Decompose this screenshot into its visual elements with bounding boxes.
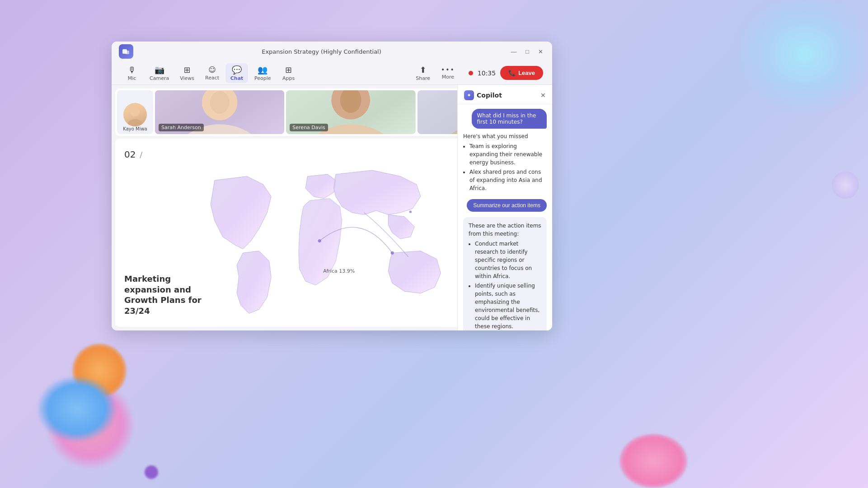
participant-kayo: Kayo Miwa bbox=[117, 90, 153, 134]
leave-phone-icon: 📞 bbox=[508, 70, 516, 76]
react-label: React bbox=[205, 75, 219, 81]
svg-point-8 bbox=[210, 91, 230, 114]
maximize-button[interactable]: □ bbox=[523, 47, 531, 56]
camera-icon: 📷 bbox=[155, 65, 164, 74]
chat-icon: 💬 bbox=[232, 65, 242, 74]
response-item-1: Team is exploring expanding their renewa… bbox=[469, 142, 547, 167]
response-item-2: Alex shared pros and cons of expanding i… bbox=[469, 168, 547, 192]
svg-rect-1 bbox=[125, 51, 129, 54]
toolbar-chat[interactable]: 💬 Chat bbox=[225, 63, 248, 83]
copilot-header: ✦ Copilot ✕ bbox=[458, 85, 552, 104]
more-label: More bbox=[442, 74, 454, 80]
svg-point-19 bbox=[409, 210, 412, 213]
copilot-close-button[interactable]: ✕ bbox=[540, 92, 546, 99]
bg-decoration-pink bbox=[45, 380, 136, 470]
main-content: Kayo Miwa bbox=[112, 85, 552, 330]
copilot-logo-icon: ✦ bbox=[464, 90, 474, 100]
toolbar-camera[interactable]: 📷 Camera bbox=[145, 63, 174, 83]
copilot-title-row: ✦ Copilot bbox=[464, 90, 502, 100]
toolbar-more[interactable]: ••• More bbox=[436, 64, 460, 82]
copilot-first-response: Here's what you missed Team is exploring… bbox=[463, 132, 547, 194]
teams-logo-icon bbox=[119, 44, 133, 59]
more-icon: ••• bbox=[441, 66, 455, 73]
action-items-card: These are the action items from this mee… bbox=[463, 217, 547, 330]
chat-label: Chat bbox=[230, 75, 244, 81]
react-icon: ☺ bbox=[208, 65, 216, 74]
window-title: Expansion Strategy (Highly Confidential) bbox=[262, 48, 381, 55]
bg-decoration-circle-right bbox=[832, 172, 859, 199]
share-icon: ⬆ bbox=[420, 65, 427, 74]
title-bar: Expansion Strategy (Highly Confidential)… bbox=[112, 42, 552, 61]
response-title: Here's what you missed bbox=[463, 132, 547, 140]
toolbar-mic[interactable]: 🎙 Mic bbox=[121, 63, 143, 83]
toolbar-people[interactable]: 👥 People bbox=[250, 63, 276, 83]
leave-button[interactable]: 📞 Leave bbox=[500, 66, 543, 80]
window-controls: — □ ✕ bbox=[510, 47, 545, 56]
bg-decoration-top-right bbox=[732, 0, 868, 117]
user-question-bubble: What did I miss in the first 10 minutes? bbox=[472, 109, 547, 129]
toolbar: 🎙 Mic 📷 Camera ⊞ Views ☺ React 💬 Chat 👥 … bbox=[112, 61, 552, 85]
bg-decoration-orange bbox=[72, 344, 127, 398]
summarize-action-items-button[interactable]: Summarize our action items bbox=[467, 199, 547, 212]
action-items-title: These are the action items from this mee… bbox=[469, 222, 541, 238]
camera-label: Camera bbox=[150, 75, 169, 81]
views-icon: ⊞ bbox=[184, 65, 191, 74]
apps-icon: ⊞ bbox=[285, 65, 292, 74]
svg-point-3 bbox=[128, 119, 142, 126]
share-label: Share bbox=[416, 75, 430, 81]
bg-decoration-blue bbox=[36, 375, 117, 443]
map-label-africa: Africa 13.9% bbox=[323, 268, 355, 274]
mic-icon: 🎙 bbox=[128, 65, 136, 74]
slide-number: 02 / bbox=[124, 146, 142, 161]
people-icon: 👥 bbox=[258, 65, 267, 74]
teams-window: Expansion Strategy (Highly Confidential)… bbox=[112, 42, 552, 330]
minimize-button[interactable]: — bbox=[510, 47, 518, 56]
copilot-title-text: Copilot bbox=[477, 92, 502, 99]
toolbar-share[interactable]: ⬆ Share bbox=[411, 63, 435, 83]
slide-title: Marketing expansion and Growth Plans for… bbox=[124, 274, 206, 316]
close-button[interactable]: ✕ bbox=[537, 47, 545, 56]
people-label: People bbox=[254, 75, 271, 81]
leave-label: Leave bbox=[518, 70, 535, 76]
svg-point-18 bbox=[391, 251, 394, 255]
toolbar-react[interactable]: ☺ React bbox=[201, 64, 224, 83]
svg-point-17 bbox=[318, 239, 321, 242]
copilot-panel: ✦ Copilot ✕ What did I miss in the first… bbox=[457, 85, 552, 330]
kayo-name: Kayo Miwa bbox=[123, 126, 147, 131]
bg-decoration-pink-bottom bbox=[619, 434, 687, 488]
kayo-avatar bbox=[123, 103, 147, 126]
meeting-time: 10:35 bbox=[478, 70, 496, 77]
participant-sarah: Sarah Anderson bbox=[155, 90, 284, 134]
action-item-2: Identify unique selling points, such as … bbox=[475, 282, 541, 330]
action-item-1: Conduct market research to identify spec… bbox=[475, 240, 541, 280]
toolbar-apps[interactable]: ⊞ Apps bbox=[277, 63, 300, 83]
bg-decoration-purple bbox=[145, 465, 158, 479]
copilot-chat-content: What did I miss in the first 10 minutes?… bbox=[458, 104, 552, 330]
participant-serena: Serena Davis bbox=[286, 90, 415, 134]
toolbar-views[interactable]: ⊞ Views bbox=[175, 63, 199, 83]
serena-label: Serena Davis bbox=[290, 124, 328, 131]
logo-area bbox=[119, 44, 133, 59]
meeting-status-area: 10:35 📞 Leave bbox=[469, 66, 543, 80]
recording-indicator bbox=[469, 71, 473, 75]
svg-point-4 bbox=[131, 107, 140, 116]
views-label: Views bbox=[180, 75, 194, 81]
sarah-label: Sarah Anderson bbox=[159, 124, 204, 131]
mic-label: Mic bbox=[128, 75, 136, 81]
apps-label: Apps bbox=[282, 75, 295, 81]
